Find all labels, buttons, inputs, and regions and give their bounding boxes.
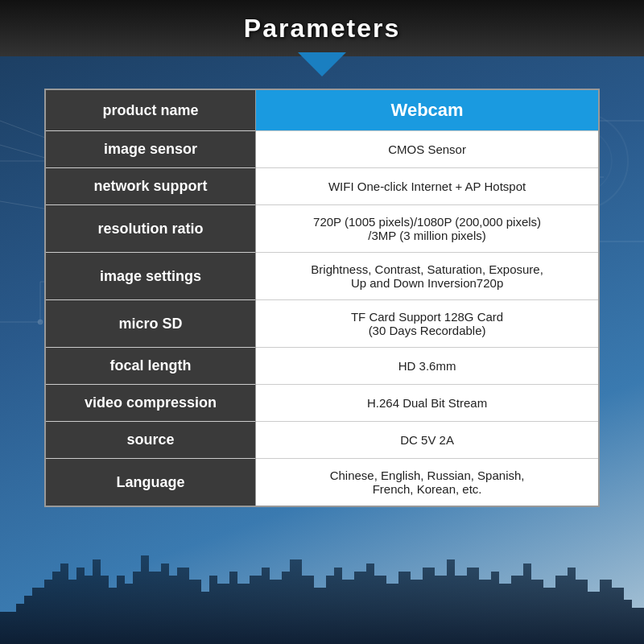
table-row: resolution ratio720P (1005 pixels)/1080P…	[46, 205, 598, 253]
header: Parameters	[0, 0, 644, 56]
table-row: network supportWIFI One-click Internet +…	[46, 168, 598, 205]
svg-point-8	[38, 320, 43, 324]
table-row: video compressionH.264 Dual Bit Stream	[46, 385, 598, 422]
param-label: image sensor	[46, 131, 256, 168]
param-label: focal length	[46, 348, 256, 385]
page-title: Parameters	[244, 14, 400, 43]
param-value: HD 3.6mm	[256, 348, 598, 385]
param-value: TF Card Support 128G Card(30 Days Record…	[256, 300, 598, 348]
param-label: network support	[46, 168, 256, 205]
param-value: 720P (1005 pixels)/1080P (200,000 pixels…	[256, 205, 598, 253]
param-value: H.264 Dual Bit Stream	[256, 385, 598, 422]
parameters-table-container: product nameWebcamimage sensorCMOS Senso…	[44, 89, 600, 507]
param-label: micro SD	[46, 300, 256, 348]
parameters-table: product nameWebcamimage sensorCMOS Senso…	[46, 90, 598, 506]
table-row: image settingsBrightness, Contrast, Satu…	[46, 253, 598, 300]
table-row: sourceDC 5V 2A	[46, 422, 598, 459]
city-silhouette	[0, 531, 644, 644]
param-value: WIFI One-click Internet + AP Hotspot	[256, 168, 598, 205]
param-value: Webcam	[256, 90, 598, 131]
table-row: micro SDTF Card Support 128G Card(30 Day…	[46, 300, 598, 348]
table-row: product nameWebcam	[46, 90, 598, 131]
param-label: Language	[46, 459, 256, 506]
param-value: Chinese, English, Russian, Spanish,Frenc…	[256, 459, 598, 506]
table-row: image sensorCMOS Sensor	[46, 131, 598, 168]
param-label: image settings	[46, 253, 256, 300]
param-label: resolution ratio	[46, 205, 256, 253]
param-label: video compression	[46, 385, 256, 422]
param-label: source	[46, 422, 256, 459]
table-row: LanguageChinese, English, Russian, Spani…	[46, 459, 598, 506]
param-value: Brightness, Contrast, Saturation, Exposu…	[256, 253, 598, 300]
param-value: CMOS Sensor	[256, 131, 598, 168]
table-row: focal lengthHD 3.6mm	[46, 348, 598, 385]
svg-line-21	[0, 201, 48, 209]
param-value: DC 5V 2A	[256, 422, 598, 459]
param-label: product name	[46, 90, 256, 131]
header-arrow	[298, 52, 346, 76]
